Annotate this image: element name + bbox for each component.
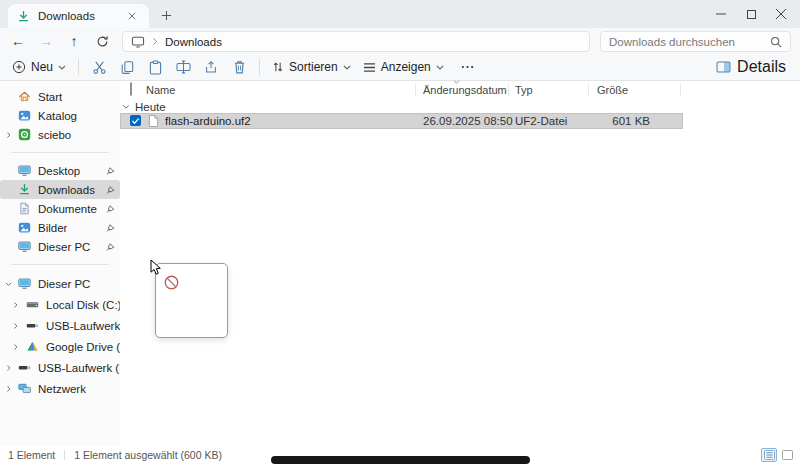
- column-header-date[interactable]: Änderungsdatum: [423, 84, 507, 96]
- select-all-checkbox[interactable]: [130, 83, 132, 95]
- sidebar-item-label: Google Drive (G:): [46, 341, 120, 353]
- sidebar-item-katalog[interactable]: Katalog: [0, 106, 120, 125]
- command-bar: Neu Sortiere: [0, 54, 800, 81]
- copy-button[interactable]: [113, 56, 141, 78]
- sidebar-item-netzwerk[interactable]: Netzwerk: [0, 378, 120, 399]
- row-checkbox[interactable]: [130, 115, 141, 126]
- details-button[interactable]: Details: [710, 56, 792, 78]
- sidebar-item-label: Desktop: [38, 165, 80, 177]
- more-button[interactable]: [454, 56, 482, 78]
- chevron-down-icon: [436, 65, 444, 70]
- back-icon[interactable]: ←: [4, 29, 32, 53]
- details-view-button[interactable]: [761, 448, 777, 462]
- tab-close-icon[interactable]: [124, 8, 140, 24]
- sidebar-item-sciebo[interactable]: sciebo: [0, 125, 120, 144]
- column-divider[interactable]: [588, 83, 589, 96]
- file-row-selected[interactable]: flash-arduino.uf2 26.09.2025 08:50 UF2-D…: [120, 113, 683, 129]
- column-header-name[interactable]: Name: [146, 84, 175, 96]
- column-divider[interactable]: [415, 83, 416, 96]
- share-button[interactable]: [197, 56, 225, 78]
- sidebar-item-google-drive[interactable]: Google Drive (G:): [0, 336, 120, 357]
- view-button-label: Anzeigen: [381, 60, 431, 74]
- navigation-bar: ← → ↑ Downloads: [0, 28, 800, 54]
- paste-icon: [149, 60, 162, 75]
- chevron-down-icon[interactable]: [5, 280, 12, 287]
- sidebar-item-start[interactable]: Start: [0, 87, 120, 106]
- paste-button[interactable]: [141, 56, 169, 78]
- sidebar-item-label: Dokumente: [38, 203, 97, 215]
- search-input[interactable]: [609, 36, 770, 48]
- address-bar[interactable]: Downloads: [122, 31, 590, 52]
- search-box[interactable]: [600, 31, 791, 52]
- sort-button-label: Sortieren: [289, 60, 338, 74]
- chevron-down-icon: [58, 65, 66, 70]
- column-divider[interactable]: [680, 83, 681, 96]
- pin-icon: [106, 185, 115, 194]
- new-circle-plus-icon: [12, 60, 26, 74]
- sidebar-item-label: Dieser PC: [38, 278, 90, 290]
- up-icon[interactable]: ↑: [60, 29, 88, 53]
- drag-cursor-icon: [150, 259, 162, 276]
- group-header-heute[interactable]: Heute: [120, 100, 800, 113]
- chevron-down-icon[interactable]: [122, 104, 130, 110]
- minimize-button[interactable]: [706, 0, 736, 28]
- pin-icon: [106, 204, 115, 213]
- breadcrumb[interactable]: Downloads: [165, 36, 222, 48]
- sidebar-item-dokumente[interactable]: Dokumente: [0, 199, 120, 218]
- selection-summary: 1 Element ausgewählt (600 KB): [74, 449, 222, 461]
- refresh-icon[interactable]: [88, 29, 116, 53]
- cut-button[interactable]: [85, 56, 113, 78]
- delete-button[interactable]: [225, 56, 253, 78]
- chevron-right-icon[interactable]: [12, 322, 19, 329]
- gallery-icon: [18, 109, 31, 122]
- chevron-right-icon[interactable]: [5, 131, 12, 138]
- icons-view-button[interactable]: [779, 448, 795, 462]
- chevron-right-icon[interactable]: [12, 343, 19, 350]
- sciebo-icon: [18, 128, 31, 141]
- tab-label: Downloads: [38, 10, 124, 22]
- details-panel-icon: [716, 61, 731, 73]
- column-header-size[interactable]: Größe: [597, 84, 628, 96]
- chevron-right-icon[interactable]: [5, 385, 12, 392]
- hard-drive-icon: [26, 298, 39, 311]
- maximize-button[interactable]: [736, 0, 766, 28]
- close-button[interactable]: [766, 0, 796, 28]
- chevron-right-icon[interactable]: [5, 364, 12, 371]
- download-icon: [17, 10, 30, 23]
- sidebar-item-dieser-pc-pinned[interactable]: Dieser PC: [0, 237, 120, 256]
- monitor-icon: [18, 164, 31, 177]
- sidebar-tree-dieser-pc[interactable]: Dieser PC: [0, 273, 120, 294]
- file-icon: [148, 114, 159, 127]
- new-button[interactable]: Neu: [6, 56, 72, 78]
- view-lines-icon: [363, 62, 376, 73]
- sidebar-item-usb-d[interactable]: USB-Laufwerk (D:): [0, 357, 120, 378]
- rename-button[interactable]: [169, 56, 197, 78]
- sidebar-item-downloads[interactable]: Downloads: [0, 180, 120, 199]
- sort-caret-icon: [453, 80, 460, 84]
- sidebar-item-desktop[interactable]: Desktop: [0, 161, 120, 180]
- status-divider: [64, 450, 65, 460]
- usb-drive-icon: [18, 361, 31, 374]
- sort-button[interactable]: Sortieren: [266, 56, 357, 78]
- no-drop-icon: [163, 274, 180, 291]
- tab-downloads[interactable]: Downloads: [8, 4, 149, 28]
- forward-icon: →: [32, 29, 60, 53]
- sidebar-item-local-disk-c[interactable]: Local Disk (C:): [0, 294, 120, 315]
- column-header-type[interactable]: Typ: [515, 84, 533, 96]
- download-icon: [18, 183, 31, 196]
- column-divider[interactable]: [508, 83, 509, 96]
- sidebar-item-label: Bilder: [38, 222, 67, 234]
- sidebar-item-bilder[interactable]: Bilder: [0, 218, 120, 237]
- new-tab-button[interactable]: [156, 6, 176, 24]
- cut-icon: [92, 60, 107, 75]
- sidebar-item-label: Katalog: [38, 110, 77, 122]
- view-button[interactable]: Anzeigen: [357, 56, 450, 78]
- search-icon[interactable]: [770, 36, 782, 48]
- share-icon: [204, 60, 218, 74]
- chevron-right-icon[interactable]: [12, 301, 19, 308]
- toolbar-divider: [78, 59, 79, 75]
- file-name[interactable]: flash-arduino.uf2: [165, 115, 251, 127]
- sidebar-item-label: Start: [38, 91, 62, 103]
- sidebar-item-usb-d-tree[interactable]: USB-Laufwerk (D:): [0, 315, 120, 336]
- sort-icon: [272, 61, 284, 73]
